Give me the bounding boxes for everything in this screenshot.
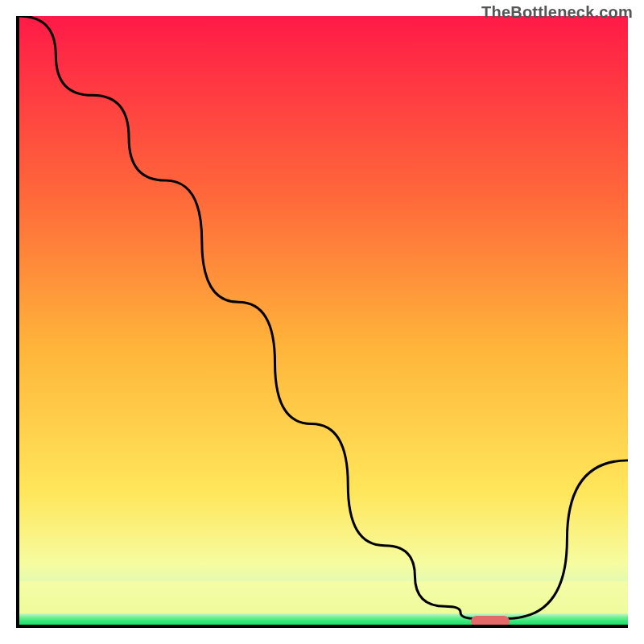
curve-svg (19, 16, 628, 625)
chart-container: TheBottleneck.com (0, 0, 644, 644)
bottleneck-curve (19, 16, 628, 618)
watermark-text: TheBottleneck.com (481, 3, 633, 22)
optimal-point-marker (471, 616, 510, 627)
plot-area (16, 16, 628, 628)
